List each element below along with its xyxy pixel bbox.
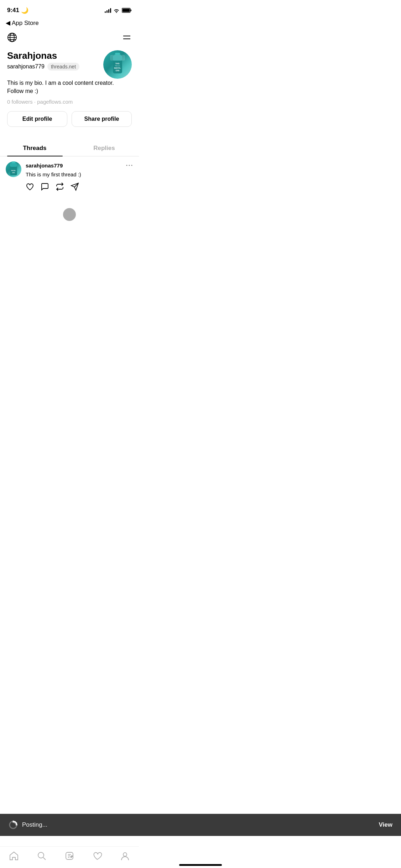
- globe-icon[interactable]: [7, 32, 17, 44]
- share-profile-button[interactable]: Share profile: [72, 111, 132, 127]
- back-arrow: ◀: [6, 19, 10, 27]
- profile-section: Sarahjonas sarahjonas779 threads.net Sal…: [0, 47, 139, 140]
- thread-post: INSTA- DRI sarahjonas779 This is my firs…: [0, 156, 139, 194]
- svg-text:INSTA-: INSTA-: [114, 67, 121, 69]
- loading-spinner: [63, 208, 76, 221]
- profile-header: Sarahjonas sarahjonas779 threads.net Sal…: [7, 50, 132, 79]
- thread-text: This is my first thread :): [26, 171, 133, 178]
- loading-area: [0, 194, 139, 235]
- svg-point-26: [129, 165, 130, 166]
- status-icons: [105, 8, 132, 13]
- svg-rect-14: [110, 55, 125, 61]
- top-bar: [0, 30, 139, 47]
- profile-handle-row: sarahjonas779 threads.net: [7, 63, 99, 71]
- svg-text:Sally: Sally: [115, 62, 120, 64]
- svg-point-27: [131, 165, 132, 166]
- tab-replies[interactable]: Replies: [69, 140, 139, 156]
- back-label[interactable]: App Store: [12, 20, 39, 27]
- profile-handle: sarahjonas779: [7, 63, 45, 70]
- followers-info[interactable]: 0 followers · pageflows.com: [7, 99, 132, 105]
- menu-icon[interactable]: [122, 32, 132, 44]
- thread-content: sarahjonas779 This is my first thread :): [26, 161, 133, 191]
- svg-text:INSTA-: INSTA-: [11, 170, 16, 171]
- thread-header: sarahjonas779: [26, 161, 133, 169]
- profile-buttons: Edit profile Share profile: [7, 111, 132, 127]
- avatar: Sally Hansen INSTA- DRI: [103, 50, 132, 79]
- svg-text:Hansen: Hansen: [115, 65, 120, 67]
- repost-icon[interactable]: [56, 182, 64, 191]
- svg-point-25: [126, 165, 127, 166]
- edit-profile-button[interactable]: Edit profile: [7, 111, 67, 127]
- status-time: 9:41 🌙: [7, 7, 28, 14]
- svg-text:DRI: DRI: [116, 69, 120, 72]
- svg-rect-1: [123, 9, 130, 12]
- battery-icon: [122, 8, 132, 13]
- svg-text:DRI: DRI: [12, 172, 15, 174]
- profile-info: Sarahjonas sarahjonas779 threads.net: [7, 50, 99, 75]
- wifi-icon: [113, 8, 120, 13]
- share-icon[interactable]: [71, 182, 79, 191]
- threads-badge[interactable]: threads.net: [47, 63, 79, 71]
- svg-rect-13: [115, 53, 120, 55]
- comment-icon[interactable]: [41, 182, 49, 191]
- profile-bio: This is my bio. I am a cool content crea…: [7, 79, 132, 95]
- thread-options[interactable]: [125, 161, 133, 169]
- thread-username: sarahjonas779: [26, 162, 63, 169]
- nav-back[interactable]: ◀ App Store: [0, 18, 139, 30]
- like-icon[interactable]: [26, 182, 34, 191]
- signal-icon: [105, 8, 111, 13]
- profile-name: Sarahjonas: [7, 50, 99, 61]
- moon-icon: 🌙: [21, 7, 28, 14]
- tabs: Threads Replies: [0, 140, 139, 156]
- thread-avatar: INSTA- DRI: [6, 161, 21, 177]
- svg-rect-22: [12, 161, 15, 163]
- svg-rect-2: [131, 10, 132, 11]
- status-bar: 9:41 🌙: [0, 0, 139, 18]
- tab-threads[interactable]: Threads: [0, 140, 69, 156]
- thread-actions: [26, 182, 133, 191]
